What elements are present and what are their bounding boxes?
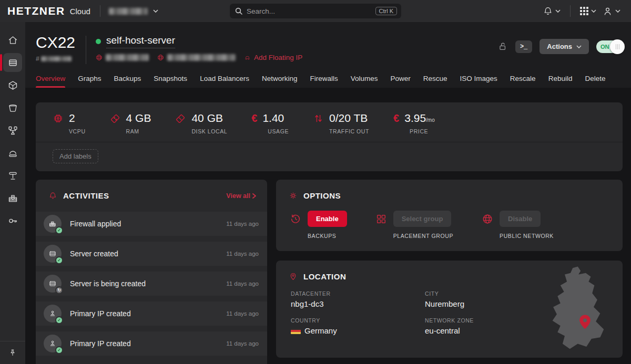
ipv6-address[interactable] [157, 54, 236, 61]
tab-delete[interactable]: Delete [585, 75, 605, 88]
options-panel: OPTIONS Enable BACKUPS [276, 180, 623, 251]
notifications-menu[interactable] [543, 6, 561, 16]
chevron-down-icon [555, 9, 561, 13]
ipv4-address[interactable] [96, 54, 149, 61]
apps-menu[interactable] [580, 7, 596, 15]
content-area: 2 VCPU 4 GB RAM 40 GB DISK LO [25, 88, 631, 364]
search-bar[interactable]: Ctrl K [230, 4, 401, 18]
tab-iso-images[interactable]: ISO Images [460, 75, 497, 88]
tab-overview[interactable]: Overview [36, 75, 65, 88]
activity-avatar: ↻ [44, 275, 62, 293]
tab-bar: Overview Graphs Backups Snapshots Load B… [36, 75, 623, 88]
field-network-zone: NETWORK ZONE eu-central [425, 317, 549, 335]
primary-ip-icon [48, 309, 57, 318]
success-badge: ✓ [55, 256, 63, 264]
sidebar-item-load-balancers[interactable] [3, 121, 22, 140]
server-icon [48, 279, 57, 288]
select-group-button[interactable]: Select group [393, 211, 452, 227]
success-badge: ✓ [55, 316, 63, 324]
server-id-prefix: # [36, 55, 39, 63]
field-label: CITY [425, 290, 549, 297]
server-plan-block: CX22 # [36, 35, 75, 63]
sidebar-item-security[interactable] [3, 211, 22, 230]
tab-rescale[interactable]: Rescale [510, 75, 536, 88]
sidebar-item-home[interactable] [3, 30, 22, 49]
stat-value: 4 GB [126, 112, 151, 124]
chevron-down-icon [153, 9, 158, 13]
add-floating-ip-label: Add Floating IP [254, 54, 302, 61]
key-icon [7, 215, 18, 226]
tab-snapshots[interactable]: Snapshots [154, 75, 187, 88]
server-stats-panel: 2 VCPU 4 GB RAM 40 GB DISK LO [36, 102, 623, 171]
activity-row[interactable]: ✓ Firewall applied 11 days ago [36, 212, 267, 236]
field-label: DATACENTER [291, 290, 425, 297]
stat-value: 3.95/mo [404, 112, 435, 124]
activity-row[interactable]: ✓ Primary IP created 11 days ago [36, 301, 267, 326]
field-city: CITY Nuremberg [425, 290, 549, 308]
tab-volumes[interactable]: Volumes [351, 75, 378, 88]
globe-icon [157, 54, 164, 61]
activity-row[interactable]: ✓ Primary IP created 11 days ago [36, 331, 267, 356]
sidebar-item-floating-ips[interactable] [3, 143, 22, 162]
sidebar-pin-button[interactable] [0, 341, 25, 364]
power-toggle[interactable]: ON [596, 40, 623, 53]
placement-group-icon [375, 213, 387, 225]
activity-row[interactable]: ↻ Server is being created 11 days ago [36, 272, 267, 296]
actions-label: Actions [547, 43, 572, 50]
add-labels-button[interactable]: Add labels [53, 149, 98, 163]
account-menu[interactable] [603, 6, 620, 16]
cube-icon [7, 80, 18, 91]
sidebar-item-images[interactable] [3, 76, 22, 95]
activity-text: Primary IP created [70, 309, 131, 318]
stat-vcpu: 2 VCPU [53, 112, 86, 134]
cpu-icon [53, 113, 64, 124]
field-value: eu-central [425, 326, 549, 335]
project-selector[interactable] [109, 8, 158, 15]
unlock-icon[interactable] [498, 41, 508, 51]
activity-time: 11 days ago [226, 310, 259, 317]
server-icon [7, 57, 18, 68]
sidebar-item-servers[interactable] [3, 53, 22, 72]
disk-icon [175, 113, 186, 124]
sidebar-item-networks[interactable] [3, 166, 22, 185]
activity-text: Server created [70, 249, 118, 258]
product-name: Cloud [70, 7, 90, 16]
stat-value: 2 [69, 112, 75, 124]
tab-graphs[interactable]: Graphs [78, 75, 101, 88]
tab-backups[interactable]: Backups [114, 75, 141, 88]
add-floating-ip-link[interactable]: Add Floating IP [244, 54, 302, 61]
success-badge: ✓ [55, 346, 63, 354]
tab-networking[interactable]: Networking [262, 75, 298, 88]
tab-firewalls[interactable]: Firewalls [310, 75, 338, 88]
germany-flag-icon [291, 328, 301, 334]
top-bar: HETZNER Cloud Ctrl K [0, 0, 631, 22]
user-icon [603, 6, 613, 16]
tab-rescue[interactable]: Rescue [423, 75, 447, 88]
server-name[interactable]: self-host-server [106, 35, 175, 48]
activity-row[interactable]: ✓ Server created 11 days ago [36, 242, 267, 266]
tab-power[interactable]: Power [391, 75, 411, 88]
stat-label: DISK LOCAL [191, 128, 227, 134]
actions-button[interactable]: Actions [540, 39, 589, 54]
option-public-network: Disable PUBLIC NETWORK [482, 211, 554, 239]
tab-load-balancers[interactable]: Load Balancers [200, 75, 249, 88]
field-datacenter: DATACENTER nbg1-dc3 [291, 290, 425, 308]
bell-icon [48, 191, 57, 200]
activity-time: 11 days ago [226, 221, 259, 227]
view-all-link[interactable]: View all [226, 192, 257, 200]
field-label: NETWORK ZONE [425, 317, 549, 324]
enable-backups-button[interactable]: Enable [308, 211, 347, 227]
disable-public-network-button[interactable]: Disable [500, 211, 541, 227]
sidebar-item-volumes[interactable] [3, 98, 22, 117]
tab-rebuild[interactable]: Rebuild [548, 75, 573, 88]
sidebar-item-firewalls[interactable] [3, 189, 22, 207]
search-input[interactable] [247, 7, 375, 15]
activity-avatar: ✓ [44, 245, 62, 263]
germany-map [537, 266, 615, 352]
price-value: 3.95 [404, 112, 426, 124]
console-button[interactable]: >_ [515, 40, 532, 53]
redacted-ipv4 [106, 54, 149, 61]
gear-icon [289, 191, 298, 200]
field-label: COUNTRY [291, 317, 425, 324]
chevron-down-icon [576, 45, 582, 48]
